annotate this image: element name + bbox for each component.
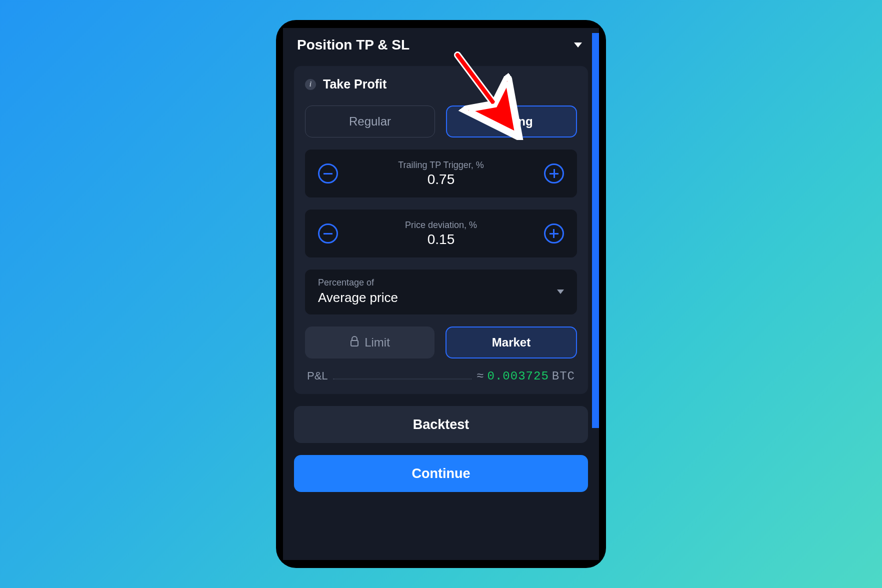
section-header[interactable]: Position TP & SL xyxy=(283,28,599,56)
lock-icon xyxy=(350,336,360,350)
trailing-trigger-field: Trailing TP Trigger, % 0.75 xyxy=(305,150,577,198)
app-screen: Position TP & SL i Take Profit Regular T… xyxy=(283,28,599,560)
tab-regular[interactable]: Regular xyxy=(305,106,435,138)
percentage-of-value: Average price xyxy=(318,290,398,306)
minus-button-price-deviation[interactable] xyxy=(318,224,338,244)
take-profit-label: Take Profit xyxy=(323,77,386,92)
section-title: Position TP & SL xyxy=(297,37,410,53)
price-deviation-value[interactable]: 0.15 xyxy=(405,232,477,248)
plus-button-price-deviation[interactable] xyxy=(544,224,564,244)
device-frame: Position TP & SL i Take Profit Regular T… xyxy=(276,20,606,568)
continue-button[interactable]: Continue xyxy=(294,455,588,492)
chevron-down-icon xyxy=(574,42,582,48)
trailing-trigger-label: Trailing TP Trigger, % xyxy=(398,160,484,170)
percentage-of-label: Percentage of xyxy=(318,278,398,288)
order-type-market[interactable]: Market xyxy=(446,326,577,358)
tab-trailing[interactable]: Trailing xyxy=(446,106,577,138)
chevron-down-icon xyxy=(557,290,564,294)
pnl-value: 0.003725 xyxy=(488,370,549,383)
vertical-scrollbar[interactable] xyxy=(592,33,599,428)
price-deviation-field: Price deviation, % 0.15 xyxy=(305,210,577,258)
order-type-limit-label: Limit xyxy=(364,336,390,350)
pnl-label: P&L xyxy=(307,370,328,382)
info-icon[interactable]: i xyxy=(305,79,316,90)
trailing-trigger-value[interactable]: 0.75 xyxy=(398,172,484,188)
plus-button-trailing-trigger[interactable] xyxy=(544,164,564,184)
take-profit-card: i Take Profit Regular Trailing Trailing … xyxy=(294,66,588,394)
dotted-divider xyxy=(333,378,472,380)
minus-button-trailing-trigger[interactable] xyxy=(318,164,338,184)
pnl-row: P&L ≈0.003725BTC xyxy=(305,370,577,383)
pnl-approx-symbol: ≈ xyxy=(476,370,484,383)
order-type-limit[interactable]: Limit xyxy=(305,326,434,358)
backtest-button[interactable]: Backtest xyxy=(294,406,588,443)
price-deviation-label: Price deviation, % xyxy=(405,220,477,230)
svg-rect-0 xyxy=(351,340,358,346)
percentage-of-select[interactable]: Percentage of Average price xyxy=(305,270,577,314)
pnl-unit: BTC xyxy=(552,370,575,383)
